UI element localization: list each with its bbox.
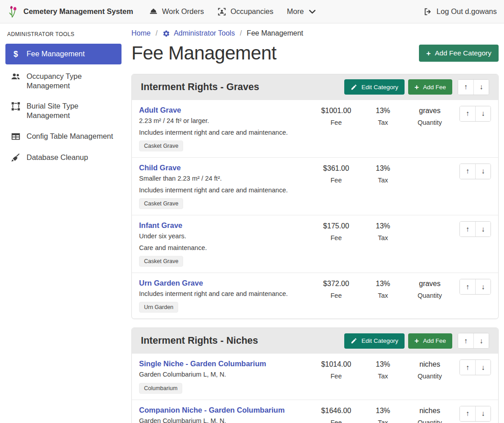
move-fee-down-button[interactable]: ↓ xyxy=(475,360,490,375)
nav-item-work-orders[interactable]: Work Orders xyxy=(143,4,210,20)
fee-type-badge: Urn Garden xyxy=(139,302,178,313)
fee-quantity-label: Quantity xyxy=(406,373,453,380)
move-category-down-button[interactable]: ↓ xyxy=(473,333,489,348)
fee-name-link[interactable]: Companion Niche - Garden Columbarium xyxy=(139,406,285,414)
fee-quantity-value: graves xyxy=(406,107,453,115)
edit-category-button[interactable]: Edit Category xyxy=(344,79,405,95)
category-header: Interment Rights - Graves Edit Category … xyxy=(132,74,498,100)
fee-row: Adult Grave 2.23 m² / 24 ft² or larger.I… xyxy=(132,100,498,158)
move-fee-down-button[interactable]: ↓ xyxy=(475,164,490,179)
move-fee-up-button[interactable]: ↑ xyxy=(460,222,475,237)
breadcrumb: Home / Administrator Tools / Fee Managem… xyxy=(131,24,499,37)
fee-tax-label: Tax xyxy=(360,292,406,299)
add-fee-category-label: Add Fee Category xyxy=(435,49,491,57)
sidebar-item-burial-site-type-management[interactable]: Burial Site Type Management xyxy=(5,97,122,124)
add-fee-button[interactable]: + Add Fee xyxy=(408,79,452,95)
move-fee-down-button[interactable]: ↓ xyxy=(475,222,490,237)
fee-description: Includes interment right and care and ma… xyxy=(139,186,309,194)
move-fee-up-button[interactable]: ↑ xyxy=(460,360,475,375)
fee-tax-value: 13% xyxy=(360,407,406,415)
fee-quantity-column xyxy=(406,163,453,168)
category-fee-list: Single Niche - Garden Columbarium Garden… xyxy=(132,354,498,423)
category-title: Interment Rights - Graves xyxy=(141,82,341,93)
fee-amount-label: Fee xyxy=(313,419,360,423)
edit-category-label: Edit Category xyxy=(361,84,398,91)
move-category-up-button[interactable]: ↑ xyxy=(458,333,473,348)
fee-tax-label: Tax xyxy=(360,119,406,126)
fee-amount-value: $1014.00 xyxy=(313,360,360,368)
fee-quantity-label: Quantity xyxy=(406,119,453,126)
fee-name-link[interactable]: Child Grave xyxy=(139,164,181,172)
fee-amount-column: $1646.00 Fee xyxy=(313,405,360,423)
fee-tax-column: 13% Tax xyxy=(360,105,406,126)
fee-quantity-column: graves Quantity xyxy=(406,278,453,299)
logout-button[interactable]: Log Out d.gowans xyxy=(418,4,497,20)
gear-icon xyxy=(162,30,170,37)
sidebar-item-config-table-management[interactable]: Config Table Management xyxy=(5,127,122,146)
category-reorder-controls: ↑ ↓ xyxy=(458,333,489,349)
move-fee-up-button[interactable]: ↑ xyxy=(460,279,475,294)
dollar-icon: $ xyxy=(11,49,21,59)
fee-reorder-controls: ↑ ↓ xyxy=(459,406,491,422)
move-fee-down-button[interactable]: ↓ xyxy=(475,406,490,421)
app-brand[interactable]: Cemetery Management System xyxy=(7,5,133,18)
breadcrumb-current-page: Fee Management xyxy=(247,29,303,37)
move-fee-down-button[interactable]: ↓ xyxy=(475,106,490,121)
fee-tax-column: 13% Tax xyxy=(360,359,406,380)
move-category-up-button[interactable]: ↑ xyxy=(458,80,473,95)
add-fee-label: Add Fee xyxy=(423,337,446,344)
add-fee-category-button[interactable]: + Add Fee Category xyxy=(419,45,499,62)
fee-reorder-controls: ↑ ↓ xyxy=(459,359,491,375)
fee-quantity-value: niches xyxy=(406,407,453,415)
sidebar-item-fee-management[interactable]: $ Fee Management xyxy=(5,44,122,64)
add-fee-button[interactable]: + Add Fee xyxy=(408,333,452,349)
fee-description: Includes interment right and care and ma… xyxy=(139,290,309,298)
fee-name-link[interactable]: Infant Grave xyxy=(139,221,182,230)
category-title: Interment Rights - Niches xyxy=(141,335,341,346)
fee-tax-label: Tax xyxy=(360,177,406,184)
hard-hat-icon xyxy=(149,7,158,16)
category-reorder-controls: ↑ ↓ xyxy=(458,79,489,95)
table-icon xyxy=(11,132,21,141)
add-fee-label: Add Fee xyxy=(423,84,446,91)
page-title: Fee Management xyxy=(131,41,276,66)
fee-tax-label: Tax xyxy=(360,419,406,423)
move-fee-up-button[interactable]: ↑ xyxy=(460,164,475,179)
fee-quantity-column xyxy=(406,220,453,225)
fee-name-link[interactable]: Adult Grave xyxy=(139,106,181,114)
fee-name-link[interactable]: Single Niche - Garden Columbarium xyxy=(139,359,266,368)
fee-row: Single Niche - Garden Columbarium Garden… xyxy=(132,354,498,400)
breadcrumb-home-link[interactable]: Home xyxy=(131,29,151,37)
sidebar-item-database-cleanup[interactable]: Database Cleanup xyxy=(5,149,122,167)
fee-amount-label: Fee xyxy=(313,292,360,299)
nav-item-more[interactable]: More xyxy=(281,4,323,20)
fee-amount-value: $175.00 xyxy=(313,222,360,230)
fee-description: Garden Columbarium L, M, N. xyxy=(139,370,309,378)
fee-description: Care and maintenance. xyxy=(139,244,309,252)
nav-item-occupancies[interactable]: Occupancies xyxy=(212,4,279,20)
occupancies-icon xyxy=(217,7,226,16)
move-fee-up-button[interactable]: ↑ xyxy=(460,406,475,421)
sidebar-heading: ADMINISTRATOR TOOLS xyxy=(5,29,122,44)
fee-tax-value: 13% xyxy=(360,280,406,288)
fee-description: 2.23 m² / 24 ft² or larger. xyxy=(139,117,309,125)
fee-name-link[interactable]: Urn Garden Grave xyxy=(139,279,203,287)
move-fee-down-button[interactable]: ↓ xyxy=(475,279,490,294)
top-navbar: Cemetery Management System Work Orders O… xyxy=(0,0,504,23)
fee-amount-value: $1646.00 xyxy=(313,407,360,415)
fee-tax-value: 13% xyxy=(360,107,406,115)
move-category-down-button[interactable]: ↓ xyxy=(473,80,489,95)
fee-quantity-label: Quantity xyxy=(406,419,453,423)
fee-amount-label: Fee xyxy=(313,373,360,380)
breadcrumb-admin-tools-link[interactable]: Administrator Tools xyxy=(174,29,235,37)
fee-reorder-controls: ↑ ↓ xyxy=(459,221,491,237)
people-icon xyxy=(11,72,21,82)
move-fee-up-button[interactable]: ↑ xyxy=(460,106,475,121)
category-header: Interment Rights - Niches Edit Category … xyxy=(132,328,498,354)
sidebar-item-occupancy-type-management[interactable]: Occupancy Type Management xyxy=(5,68,122,94)
fee-amount-value: $372.00 xyxy=(313,280,360,288)
fee-type-badge: Casket Grave xyxy=(139,256,183,267)
fee-amount-label: Fee xyxy=(313,119,360,126)
fee-tax-value: 13% xyxy=(360,360,406,368)
edit-category-button[interactable]: Edit Category xyxy=(344,333,405,349)
